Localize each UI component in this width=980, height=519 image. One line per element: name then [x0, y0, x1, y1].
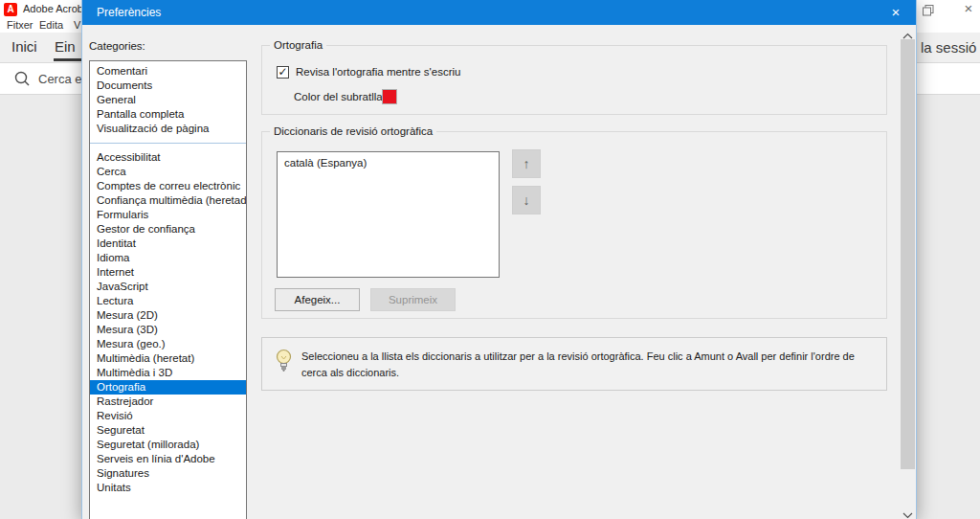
- dialog-title: Preferències: [97, 6, 161, 19]
- dictionary-list[interactable]: català (Espanya): [277, 151, 500, 278]
- search-icon: [13, 70, 31, 91]
- remove-dictionary-button: Suprimeix: [370, 288, 456, 311]
- screen: A Adobe Acrob × Fitxer Edita V Inici Ein…: [0, 0, 980, 519]
- category-item[interactable]: Signatures: [90, 466, 246, 481]
- dialog-titlebar[interactable]: Preferències ×: [82, 0, 916, 25]
- move-up-button[interactable]: ↑: [512, 149, 541, 178]
- scroll-down-icon[interactable]: [900, 506, 916, 519]
- search-input-text[interactable]: Cerca e: [38, 72, 82, 86]
- underline-color-swatch[interactable]: [382, 89, 397, 104]
- underline-color-label: Color del subratllat:: [294, 91, 389, 102]
- category-item[interactable]: Identitat: [90, 237, 246, 251]
- menu-fitxer[interactable]: Fitxer: [7, 19, 33, 31]
- category-item[interactable]: Ortografia: [90, 380, 246, 395]
- category-item[interactable]: Mesura (3D): [90, 323, 246, 337]
- category-item[interactable]: Visualització de pàgina: [90, 122, 246, 136]
- dialog-scrollbar[interactable]: [900, 26, 916, 519]
- menu-edita[interactable]: Edita: [39, 19, 63, 31]
- category-item[interactable]: Comentari: [90, 64, 246, 79]
- info-text: Seleccioneu a la llista els diccionaris …: [301, 349, 876, 381]
- category-separator: [90, 136, 246, 150]
- categories-label: Categories:: [89, 40, 145, 52]
- scrollbar-thumb[interactable]: [901, 39, 915, 469]
- category-item[interactable]: General: [90, 93, 246, 107]
- info-box: Seleccioneu a la llista els diccionaris …: [261, 337, 887, 391]
- tab-eines-underline: [54, 58, 81, 61]
- lightbulb-icon: [276, 349, 292, 377]
- session-button-label[interactable]: la sessió: [921, 39, 976, 56]
- category-item[interactable]: Seguretat: [90, 423, 246, 438]
- category-item[interactable]: Rastrejador: [90, 395, 246, 409]
- category-item[interactable]: Documents: [90, 79, 246, 93]
- category-item[interactable]: JavaScript: [90, 280, 246, 294]
- tab-inici[interactable]: Inici: [11, 38, 37, 55]
- ortografia-group-title: Ortografia: [270, 39, 326, 51]
- ortografia-group: Ortografia ✓ Revisa l'ortografia mentre …: [261, 45, 887, 115]
- category-item[interactable]: Accessibilitat: [90, 150, 246, 165]
- category-item[interactable]: Mesura (geo.): [90, 337, 246, 351]
- dialog-close-icon[interactable]: ×: [882, 0, 909, 25]
- category-item[interactable]: Comptes de correu electrònic: [90, 179, 246, 193]
- category-item[interactable]: Lectura: [90, 294, 246, 308]
- category-item[interactable]: Pantalla completa: [90, 107, 246, 122]
- add-dictionary-button[interactable]: Afegeix...: [275, 288, 360, 311]
- category-item[interactable]: Mesura (2D): [90, 308, 246, 323]
- scroll-up-icon[interactable]: [900, 26, 916, 39]
- category-item[interactable]: Unitats: [90, 481, 246, 495]
- app-title: Adobe Acrob: [23, 3, 83, 14]
- preferences-dialog: Preferències × Categories: ComentariDocu…: [81, 0, 917, 519]
- category-item[interactable]: Multimèdia i 3D: [90, 366, 246, 380]
- category-item[interactable]: Seguretat (millorada): [90, 438, 246, 452]
- category-item[interactable]: Cerca: [90, 165, 246, 179]
- dictionary-item[interactable]: català (Espanya): [278, 156, 499, 169]
- category-item[interactable]: Confiança multimèdia (heretada): [90, 193, 246, 208]
- category-item[interactable]: Serveis en línia d'Adobe: [90, 452, 246, 466]
- category-item[interactable]: Revisió: [90, 409, 246, 423]
- menu-visualitza[interactable]: V: [74, 19, 80, 31]
- dictionaries-group: Diccionaris de revisió ortogràfica catal…: [261, 131, 887, 319]
- category-item[interactable]: Idioma: [90, 251, 246, 265]
- categories-list[interactable]: ComentariDocumentsGeneralPantalla comple…: [89, 60, 247, 519]
- move-down-button[interactable]: ↓: [512, 186, 541, 214]
- spellcheck-checkbox[interactable]: ✓: [277, 66, 289, 79]
- dictionaries-group-title: Diccionaris de revisió ortogràfica: [270, 125, 436, 137]
- category-item[interactable]: Gestor de confiança: [90, 222, 246, 237]
- category-item[interactable]: Internet: [90, 265, 246, 280]
- tab-eines[interactable]: Ein: [55, 38, 76, 55]
- window-close-icon[interactable]: ×: [959, 0, 978, 16]
- spellcheck-checkbox-label[interactable]: Revisa l'ortografia mentre s'escriu: [296, 66, 460, 78]
- category-item[interactable]: Multimèdia (heretat): [90, 351, 246, 366]
- category-item[interactable]: Formularis: [90, 208, 246, 222]
- adobe-acrobat-icon: A: [4, 3, 17, 16]
